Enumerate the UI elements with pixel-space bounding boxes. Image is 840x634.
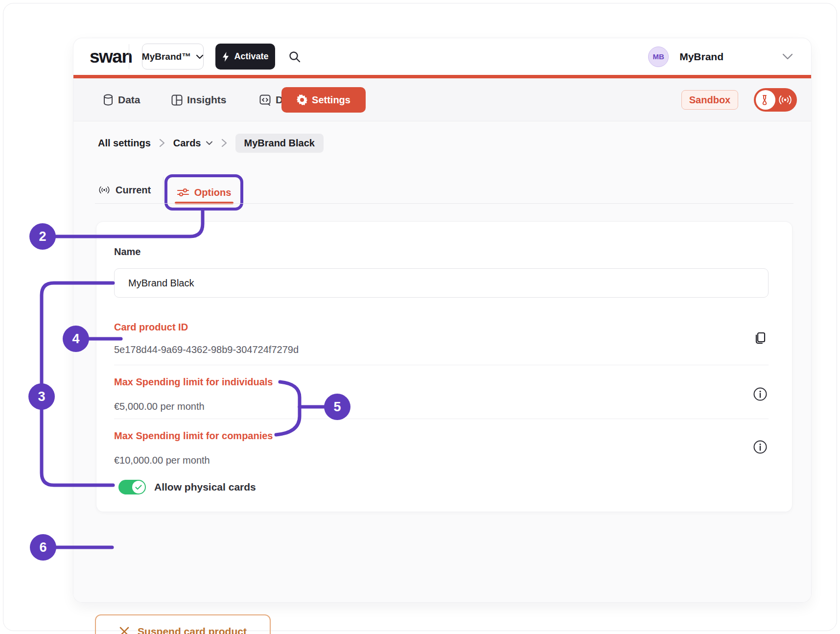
breadcrumb-current-page: MyBrand Black — [235, 134, 324, 153]
annotation-marker-4: 4 — [63, 326, 89, 352]
toggle-knob — [132, 481, 145, 493]
sandbox-label: Sandbox — [689, 94, 730, 106]
header-divider — [129, 44, 129, 69]
nav-item-insights[interactable]: Insights — [171, 78, 227, 121]
tab-label: Options — [194, 187, 232, 198]
environment-toggle[interactable] — [754, 88, 797, 112]
chevron-down-icon — [782, 53, 793, 60]
info-icon[interactable] — [751, 385, 769, 403]
app-window: swan MyBrand™ Activate MB MyBrand — [73, 38, 811, 602]
chevron-down-icon — [196, 54, 204, 59]
activate-button[interactable]: Activate — [215, 44, 275, 70]
nav-item-data[interactable]: Data — [103, 78, 140, 121]
signal-icon — [98, 186, 111, 194]
project-selector-button[interactable]: MyBrand™ — [142, 44, 204, 70]
breadcrumb-all-settings[interactable]: All settings — [98, 138, 151, 149]
chevron-down-icon — [206, 141, 213, 145]
name-field-label: Name — [114, 246, 140, 258]
annotation-marker-6: 6 — [30, 534, 56, 561]
allow-physical-cards-label: Allow physical cards — [154, 481, 256, 493]
chevron-right-icon — [221, 139, 227, 147]
account-menu[interactable]: MB MyBrand — [648, 38, 799, 75]
project-selector-label: MyBrand™ — [142, 51, 191, 62]
limit-individuals-value: €5,000.00 per month — [114, 401, 205, 412]
flask-icon — [756, 90, 775, 110]
chevron-right-icon — [159, 139, 165, 147]
database-icon — [103, 94, 114, 106]
card-product-id-label: Card product ID — [114, 322, 188, 333]
copy-icon[interactable] — [751, 329, 769, 347]
live-signal-icon — [778, 95, 793, 105]
check-icon — [135, 485, 142, 490]
limit-companies-label: Max Spending limit for companies — [114, 430, 273, 442]
tab-current[interactable]: Current — [98, 176, 151, 204]
lightning-bolt-icon — [222, 51, 230, 62]
nav-label: Insights — [187, 94, 227, 106]
account-name: MyBrand — [679, 51, 723, 63]
chart-panel-icon — [171, 94, 183, 106]
annotation-marker-2: 2 — [29, 223, 56, 250]
row-divider — [114, 365, 769, 365]
activate-label: Activate — [234, 51, 268, 62]
row-divider — [114, 419, 769, 419]
code-icon — [259, 94, 271, 106]
limit-companies-value: €10,000.00 per month — [114, 455, 210, 466]
card-product-id-value: 5e178d44-9a69-4362-98b9-304724f7279d — [114, 344, 299, 355]
info-icon[interactable] — [751, 438, 769, 456]
tab-divider — [163, 177, 163, 201]
annotation-marker-5: 5 — [324, 394, 350, 420]
screenshot-root: swan MyBrand™ Activate MB MyBrand — [0, 0, 840, 634]
suspend-label: Suspend card product — [138, 626, 247, 634]
nav-label: Settings — [312, 94, 350, 106]
avatar: MB — [648, 47, 669, 67]
breadcrumb-cards[interactable]: Cards — [173, 138, 213, 149]
top-header: swan MyBrand™ Activate MB MyBrand — [73, 38, 811, 75]
nav-item-settings[interactable]: Settings — [281, 87, 366, 113]
card-product-options-panel: Name Card product ID 5e178d44-9a69-4362-… — [96, 222, 792, 512]
tabs-divider-line — [95, 203, 793, 204]
main-nav: Data Insights Developers Settings — [73, 78, 811, 121]
nav-label: Data — [118, 94, 140, 106]
search-icon[interactable] — [287, 49, 303, 65]
content-area: All settings Cards MyBrand Black Cur — [73, 121, 811, 602]
limit-individuals-label: Max Spending limit for individuals — [114, 376, 273, 388]
suspend-card-product-button[interactable]: Suspend card product — [95, 614, 271, 634]
tab-options[interactable]: Options — [164, 174, 243, 211]
sandbox-badge: Sandbox — [681, 90, 738, 110]
breadcrumb-cards-label: Cards — [173, 138, 201, 149]
swan-logo: swan — [90, 38, 132, 75]
gear-icon — [297, 94, 307, 105]
sliders-icon — [177, 188, 189, 197]
name-input[interactable] — [114, 268, 769, 298]
breadcrumb: All settings Cards MyBrand Black — [98, 132, 324, 154]
allow-physical-cards-toggle[interactable] — [118, 480, 146, 494]
close-icon — [119, 626, 130, 634]
tab-label: Current — [116, 185, 151, 196]
header-accent-line — [73, 75, 811, 78]
annotation-marker-3: 3 — [28, 383, 55, 410]
